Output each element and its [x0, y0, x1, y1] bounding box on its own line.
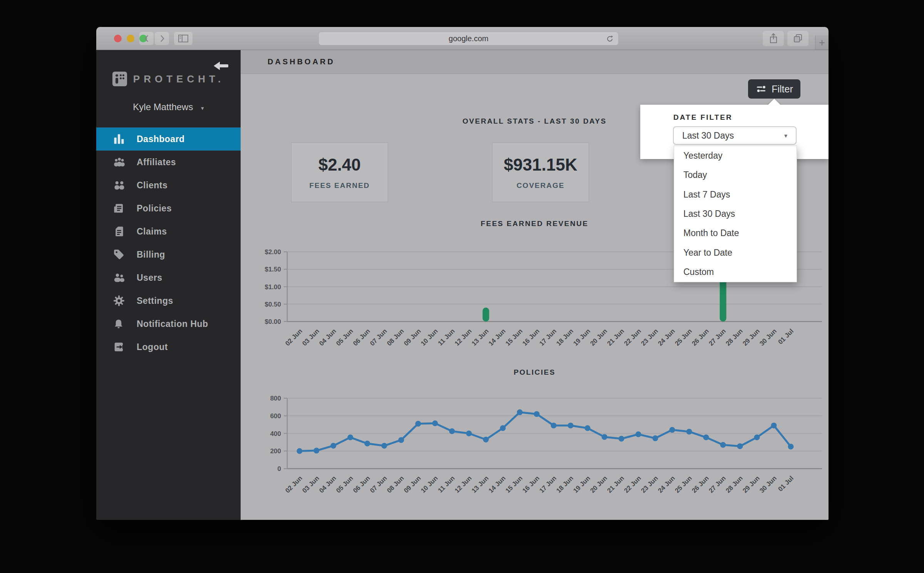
clients-icon [113, 179, 126, 191]
sidebar-item-label: Settings [137, 296, 173, 306]
share-icon [768, 33, 778, 44]
dropdown-caret [768, 99, 781, 105]
billing-icon [113, 249, 126, 260]
svg-text:13 Jun: 13 Jun [470, 474, 490, 494]
sidebar-nav: DashboardAffiliatesClientsPoliciesClaims… [96, 127, 241, 359]
svg-text:800: 800 [270, 395, 281, 402]
svg-text:09 Jun: 09 Jun [402, 474, 422, 494]
protecht-logo-icon [112, 72, 127, 86]
sidebar-item-label: Billing [137, 250, 165, 260]
arrow-left-icon [213, 61, 230, 71]
sidebar-item-notification-hub[interactable]: Notification Hub [96, 312, 241, 335]
svg-text:22 Jun: 22 Jun [623, 327, 643, 347]
svg-text:15 Jun: 15 Jun [504, 327, 524, 347]
svg-text:200: 200 [270, 447, 281, 455]
sidebar-item-logout[interactable]: Logout [96, 335, 241, 359]
svg-text:20 Jun: 20 Jun [589, 474, 609, 494]
collapse-sidebar-button[interactable] [213, 61, 230, 72]
sidebar-item-clients[interactable]: Clients [96, 174, 241, 197]
svg-text:12 Jun: 12 Jun [453, 474, 473, 494]
main-area: DASHBOARD Filter OVERALL STATS - [241, 50, 829, 520]
page-title: DASHBOARD [268, 57, 335, 66]
close-window-button[interactable] [114, 35, 122, 42]
svg-text:06 Jun: 06 Jun [352, 474, 372, 494]
plus-icon: + [819, 37, 825, 49]
sidebar-item-label: Claims [137, 226, 167, 237]
svg-text:600: 600 [270, 412, 281, 420]
svg-text:20 Jun: 20 Jun [589, 327, 609, 347]
filter-button-label: Filter [772, 84, 793, 95]
date-filter-select[interactable]: Last 30 Days ▾ [673, 126, 797, 145]
policies-icon [113, 203, 126, 214]
svg-text:03 Jun: 03 Jun [301, 474, 321, 494]
new-tab-button[interactable]: + [815, 35, 829, 50]
date-filter-option-month-to-date[interactable]: Month to Date [674, 224, 797, 243]
show-tabs-button[interactable] [787, 31, 808, 46]
chevron-down-icon: ▾ [784, 132, 787, 139]
date-filter-option-last-7-days[interactable]: Last 7 Days [674, 185, 797, 204]
svg-text:29 Jun: 29 Jun [741, 474, 761, 494]
date-filter-label: DATE FILTER [673, 113, 733, 122]
user-name: Kyle Matthews [133, 102, 193, 112]
sidebar-item-dashboard[interactable]: Dashboard [96, 127, 241, 151]
svg-text:19 Jun: 19 Jun [572, 327, 592, 347]
svg-text:26 Jun: 26 Jun [690, 474, 710, 494]
settings-icon [113, 295, 126, 307]
date-filter-option-year-to-date[interactable]: Year to Date [674, 243, 797, 262]
browser-back-button[interactable] [139, 32, 154, 45]
dashboard-icon [113, 133, 126, 145]
sidebar-item-settings[interactable]: Settings [96, 289, 241, 312]
stat-card-fees-earned: $2.40 FEES EARNED [291, 142, 388, 202]
chevron-right-icon [158, 34, 166, 43]
browser-forward-button[interactable] [155, 32, 169, 45]
sidebar-item-policies[interactable]: Policies [96, 197, 241, 220]
filter-button[interactable]: Filter [748, 79, 800, 99]
logo-wordmark: PROTECHT. [133, 73, 224, 85]
date-filter-option-yesterday[interactable]: Yesterday [674, 146, 797, 165]
fees-earned-label: FEES EARNED [309, 181, 370, 190]
svg-text:23 Jun: 23 Jun [639, 474, 660, 494]
url-text: google.com [449, 34, 488, 43]
policies-chart: 800600400200002 Jun03 Jun04 Jun05 Jun06 … [241, 377, 829, 520]
notification-icon [113, 318, 126, 330]
share-button[interactable] [763, 31, 784, 46]
svg-text:08 Jun: 08 Jun [385, 327, 405, 347]
sidebar: PROTECHT. Kyle Matthews ▾ DashboardAffil… [96, 50, 241, 520]
svg-text:14 Jun: 14 Jun [487, 327, 507, 347]
address-bar[interactable]: google.com [318, 32, 619, 45]
policies-chart-title: POLICIES [241, 368, 829, 377]
reload-icon [605, 34, 614, 44]
sidebar-item-claims[interactable]: Claims [96, 220, 241, 243]
svg-text:01 Jul: 01 Jul [777, 327, 795, 346]
minimize-window-button[interactable] [127, 35, 134, 42]
user-menu[interactable]: Kyle Matthews ▾ [96, 102, 241, 112]
svg-text:18 Jun: 18 Jun [555, 474, 575, 494]
sidebar-item-label: Users [137, 273, 162, 283]
date-filter-option-last-30-days[interactable]: Last 30 Days [674, 204, 797, 223]
date-filter-option-today[interactable]: Today [674, 165, 797, 184]
sidebar-item-affiliates[interactable]: Affiliates [96, 151, 241, 174]
svg-text:16 Jun: 16 Jun [521, 327, 541, 347]
svg-text:07 Jun: 07 Jun [368, 327, 388, 347]
svg-text:17 Jun: 17 Jun [538, 327, 558, 347]
sidebar-item-billing[interactable]: Billing [96, 243, 241, 266]
svg-text:16 Jun: 16 Jun [521, 474, 541, 494]
svg-text:04 Jun: 04 Jun [318, 327, 338, 347]
reload-button[interactable] [605, 34, 614, 45]
sidebar-item-label: Affiliates [137, 157, 176, 168]
svg-text:07 Jun: 07 Jun [368, 474, 388, 494]
svg-text:19 Jun: 19 Jun [572, 474, 592, 494]
svg-text:04 Jun: 04 Jun [318, 474, 338, 494]
svg-text:$2.00: $2.00 [264, 248, 281, 256]
svg-text:$0.00: $0.00 [264, 318, 281, 325]
logo: PROTECHT. [96, 72, 241, 86]
sidebar-item-users[interactable]: Users [96, 266, 241, 289]
sidebar-item-label: Notification Hub [137, 319, 208, 329]
date-filter-option-custom[interactable]: Custom [674, 263, 797, 282]
svg-text:12 Jun: 12 Jun [453, 327, 473, 347]
sidebar-toggle-button[interactable] [174, 32, 192, 45]
page-header: DASHBOARD [241, 50, 829, 74]
claims-icon [113, 226, 126, 237]
coverage-value: $931.15K [504, 155, 578, 174]
svg-text:21 Jun: 21 Jun [606, 474, 626, 494]
